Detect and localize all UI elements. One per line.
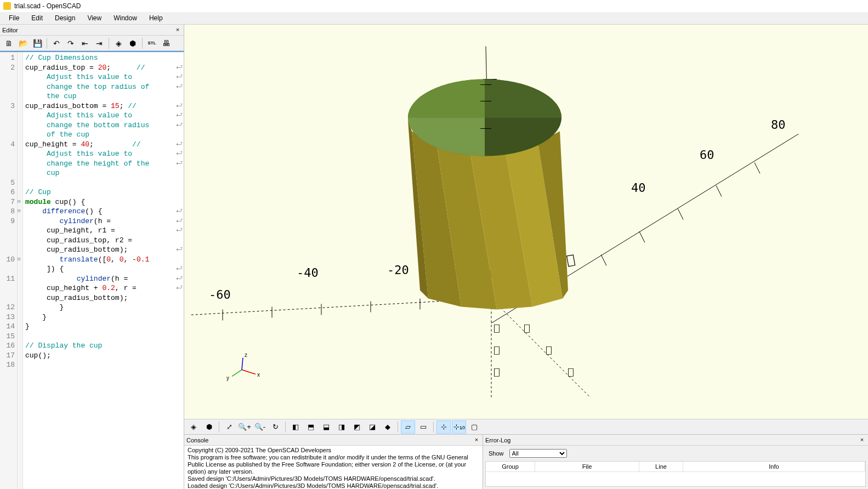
svg-text:80: 80 <box>771 118 786 132</box>
view-top-icon[interactable]: ⬒ <box>304 420 318 434</box>
menu-window[interactable]: Window <box>108 13 143 24</box>
show-axes-icon[interactable]: ⊹ <box>436 420 451 434</box>
code-body[interactable]: // Cup Dimensions cup_radius_top = 20; /… <box>23 52 184 489</box>
menu-help[interactable]: Help <box>144 13 168 24</box>
svg-text:-60: -60 <box>209 288 231 302</box>
error-log-controls: Show All <box>483 446 868 461</box>
svg-text:-40: -40 <box>297 266 319 280</box>
cup-model <box>408 79 568 310</box>
svg-text:⎕: ⎕ <box>494 345 500 356</box>
col-group[interactable]: Group <box>486 462 535 471</box>
viewport-toolbar: ◈ ⬢ ⤢ 🔍+ 🔍- ↻ ◧ ⬒ ⬓ ◨ ◩ ◪ ◆ ▱ ▭ ⊹ ⊹₁₀ ▢ <box>184 419 868 434</box>
console-line: Saved design 'C:/Users/Admin/Pictures/3D… <box>188 475 479 482</box>
svg-text:⎕: ⎕ <box>524 323 530 334</box>
main-area: Editor × 🗎 📂 💾 ↶ ↷ ⇤ ⇥ ◈ ⬢ STL 🖶 1 2 3 4… <box>0 25 868 489</box>
error-log-header: Error-Log × <box>483 435 868 446</box>
col-line[interactable]: Line <box>639 462 683 471</box>
orthographic-icon[interactable]: ▭ <box>416 420 430 434</box>
svg-text:y: y <box>226 375 229 381</box>
error-log-title: Error-Log <box>485 437 510 443</box>
svg-text:⎕: ⎕ <box>494 323 500 334</box>
open-icon[interactable]: 📂 <box>16 37 30 50</box>
view-front-icon[interactable]: ◩ <box>350 420 364 434</box>
unindent-icon[interactable]: ⇤ <box>78 37 92 50</box>
preview-icon[interactable]: ◈ <box>112 37 125 50</box>
table-header-row: Group File Line Info <box>486 462 865 472</box>
show-scale-icon[interactable]: ⊹₁₀ <box>452 420 466 434</box>
console-line: This program is free software; you can r… <box>188 454 479 475</box>
svg-text:x: x <box>257 372 260 378</box>
menu-file[interactable]: File <box>3 13 25 24</box>
editor-pane: Editor × 🗎 📂 💾 ↶ ↷ ⇤ ⇥ ◈ ⬢ STL 🖶 1 2 3 4… <box>0 25 184 489</box>
error-filter-select[interactable]: All <box>509 449 567 458</box>
app-icon <box>3 2 11 10</box>
view-left-icon[interactable]: ◨ <box>334 420 349 434</box>
svg-text:40: 40 <box>631 181 646 195</box>
zoom-in-icon[interactable]: 🔍+ <box>237 420 252 434</box>
show-label: Show <box>489 450 504 457</box>
col-file[interactable]: File <box>535 462 639 471</box>
view-diagonal-icon[interactable]: ◆ <box>381 420 395 434</box>
show-crosshair-icon[interactable]: ▢ <box>467 420 481 434</box>
close-icon[interactable]: × <box>174 26 181 34</box>
bottom-panes: Console × Copyright (C) 2009-2021 The Op… <box>184 434 868 489</box>
console-output[interactable]: Copyright (C) 2009-2021 The OpenSCAD Dev… <box>184 446 483 489</box>
render-icon[interactable]: ⬢ <box>202 420 216 434</box>
menu-edit[interactable]: Edit <box>26 13 48 24</box>
menu-design[interactable]: Design <box>49 13 81 24</box>
new-icon[interactable]: 🗎 <box>2 37 15 50</box>
close-icon[interactable]: × <box>858 436 866 444</box>
zoom-out-icon[interactable]: 🔍- <box>253 420 267 434</box>
render-icon[interactable]: ⬢ <box>126 37 139 50</box>
view-bottom-icon[interactable]: ⬓ <box>319 420 333 434</box>
wrap-indicator: ⮐ ⮐ ⮐ ⮐ ⮐ ⮐ ⮐ ⮐ ⮐ ⮐ ⮐ ⮐ ⮐ ⮐ ⮐ ⮐ <box>176 53 183 489</box>
close-icon[interactable]: × <box>473 436 480 444</box>
undo-icon[interactable]: ↶ <box>50 37 63 50</box>
window-title: trial.scad - OpenSCAD <box>14 2 81 10</box>
code-editor[interactable]: 1 2 3 4 5 6 7 8 9 10 11 12 13 14 15 16 1… <box>0 51 184 489</box>
svg-text:⎕: ⎕ <box>568 367 574 378</box>
perspective-icon[interactable]: ▱ <box>401 420 415 434</box>
svg-text:-20: -20 <box>387 263 409 277</box>
svg-text:60: 60 <box>700 148 714 162</box>
console-header: Console × <box>184 435 483 446</box>
3d-viewport[interactable]: ⎕ 40 60 80 <box>184 25 868 419</box>
line-number-gutter: 1 2 3 4 5 6 7 8 9 10 11 12 13 14 15 16 1… <box>0 52 18 489</box>
print-icon[interactable]: 🖶 <box>160 37 173 50</box>
svg-text:⎕: ⎕ <box>546 345 552 356</box>
editor-title: Editor <box>2 27 18 33</box>
zoom-all-icon[interactable]: ⤢ <box>222 420 236 434</box>
view-back-icon[interactable]: ◪ <box>365 420 379 434</box>
indent-icon[interactable]: ⇥ <box>93 37 106 50</box>
reset-view-icon[interactable]: ↻ <box>268 420 282 434</box>
console-pane: Console × Copyright (C) 2009-2021 The Op… <box>184 435 483 489</box>
console-line: Loaded design 'C:/Users/Admin/Pictures/3… <box>188 482 479 489</box>
console-title: Console <box>186 437 208 443</box>
export-stl-icon[interactable]: STL <box>145 37 158 50</box>
console-line: Copyright (C) 2009-2021 The OpenSCAD Dev… <box>188 447 479 454</box>
error-log-pane: Error-Log × Show All Group File Line Inf… <box>483 435 868 489</box>
right-pane: ⎕ 40 60 80 <box>184 25 868 489</box>
editor-header: Editor × <box>0 25 184 36</box>
col-info[interactable]: Info <box>683 462 865 471</box>
editor-toolbar: 🗎 📂 💾 ↶ ↷ ⇤ ⇥ ◈ ⬢ STL 🖶 <box>0 36 184 51</box>
svg-text:z: z <box>245 352 247 358</box>
svg-text:⎕: ⎕ <box>494 367 500 378</box>
menu-view[interactable]: View <box>82 13 107 24</box>
preview-icon[interactable]: ◈ <box>186 420 201 434</box>
error-table[interactable]: Group File Line Info <box>485 461 866 487</box>
redo-icon[interactable]: ↷ <box>64 37 77 50</box>
fold-gutter[interactable]: ⊟ ⊟ ⊟ <box>18 52 23 489</box>
view-right-icon[interactable]: ◧ <box>288 420 303 434</box>
title-bar: trial.scad - OpenSCAD <box>0 0 868 12</box>
menu-bar: File Edit Design View Window Help <box>0 12 868 25</box>
save-icon[interactable]: 💾 <box>31 37 44 50</box>
